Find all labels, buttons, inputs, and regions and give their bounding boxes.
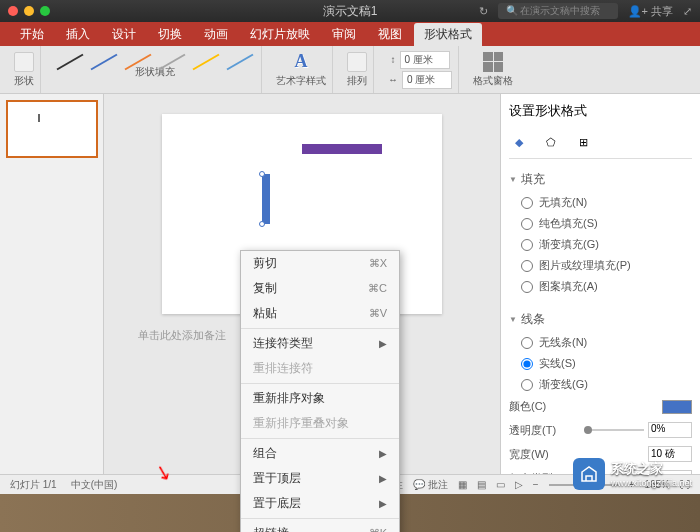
shapes-gallery-icon[interactable] xyxy=(14,52,34,72)
width-label: 宽度(W) xyxy=(509,447,549,462)
color-label: 颜色(C) xyxy=(509,399,546,414)
menu-bring-front[interactable]: 置于顶层▶ xyxy=(241,466,399,491)
fill-none-radio[interactable]: 无填充(N) xyxy=(521,192,692,213)
share-button[interactable]: 👤+ 共享 xyxy=(628,4,673,19)
arrange-icon[interactable] xyxy=(347,52,367,72)
wordart-icon[interactable]: A xyxy=(295,51,308,72)
language-indicator[interactable]: 中文(中国) xyxy=(71,478,118,492)
shape-group: 形状 xyxy=(8,46,41,93)
minimize-button[interactable] xyxy=(24,6,34,16)
format-shape-pane: 设置形状格式 ◆ ⬠ ⊞ 填充 无填充(N) 纯色填充(S) 渐变填充(G) 图… xyxy=(500,94,700,494)
slide-counter[interactable]: 幻灯片 1/1 xyxy=(10,478,57,492)
height-icon: ↕ xyxy=(391,54,396,65)
format-pane-label: 格式窗格 xyxy=(473,74,513,88)
watermark-icon xyxy=(573,458,605,490)
menu-hyperlink[interactable]: 超链接⌘K xyxy=(241,521,399,532)
size-group: ↕0 厘米 ↔0 厘米 xyxy=(382,46,459,93)
menu-rearrange-connector: 重排连接符 xyxy=(241,356,399,381)
tab-view[interactable]: 视图 xyxy=(368,23,412,46)
close-button[interactable] xyxy=(8,6,18,16)
width-icon: ↔ xyxy=(388,74,398,85)
watermark-url: www.xitongzhijia.net xyxy=(611,478,692,488)
comments-toggle[interactable]: 💬 批注 xyxy=(413,478,448,492)
tab-shape-format[interactable]: 形状格式 xyxy=(414,23,482,46)
line-style-6[interactable] xyxy=(227,53,254,70)
menu-cut[interactable]: 剪切⌘X xyxy=(241,251,399,276)
wordart-label: 艺术字样式 xyxy=(276,74,326,88)
transparency-input[interactable]: 0% xyxy=(648,422,692,438)
menu-send-back[interactable]: 置于底层▶ xyxy=(241,491,399,516)
height-input[interactable]: 0 厘米 xyxy=(400,51,450,69)
view-sorter-icon[interactable]: ▤ xyxy=(477,479,486,490)
shape-handle-bottom[interactable] xyxy=(259,221,265,227)
line-style-5[interactable] xyxy=(193,53,220,70)
view-normal-icon[interactable]: ▦ xyxy=(458,479,467,490)
width-input[interactable]: 0 厘米 xyxy=(402,71,452,89)
line-none-radio[interactable]: 无线条(N) xyxy=(521,332,692,353)
line-solid-radio[interactable]: 实线(S) xyxy=(521,353,692,374)
zoom-out[interactable]: − xyxy=(533,479,539,490)
arrange-label: 排列 xyxy=(347,74,367,88)
shape-handle-top[interactable] xyxy=(259,171,265,177)
watermark: 系统之家 www.xitongzhijia.net xyxy=(573,458,692,490)
menu-paste[interactable]: 粘贴⌘V xyxy=(241,301,399,326)
window-controls xyxy=(8,6,50,16)
maximize-button[interactable] xyxy=(40,6,50,16)
line-gradient-radio[interactable]: 渐变线(G) xyxy=(521,374,692,395)
tab-review[interactable]: 审阅 xyxy=(322,23,366,46)
line-style-2[interactable] xyxy=(91,53,118,70)
tab-home[interactable]: 开始 xyxy=(10,23,54,46)
line-section-header[interactable]: 线条 xyxy=(509,307,692,332)
fill-picture-radio[interactable]: 图片或纹理填充(P) xyxy=(521,255,692,276)
format-pane-icon[interactable] xyxy=(483,52,503,72)
menu-connector-type[interactable]: 连接符类型▶ xyxy=(241,331,399,356)
shape-label: 形状 xyxy=(14,74,34,88)
expand-icon[interactable]: ⤢ xyxy=(683,5,692,18)
menu-group[interactable]: 组合▶ xyxy=(241,441,399,466)
shape-styles-group: 形状填充 xyxy=(49,46,262,93)
fill-section-header[interactable]: 填充 xyxy=(509,167,692,192)
arrange-group: 排列 xyxy=(341,46,374,93)
size-tab-icon[interactable]: ⊞ xyxy=(573,132,593,152)
menu-copy[interactable]: 复制⌘C xyxy=(241,276,399,301)
transparency-slider[interactable] xyxy=(584,429,644,431)
titlebar: 演示文稿1 ↻ 🔍 在演示文稿中搜索 👤+ 共享 ⤢ xyxy=(0,0,700,22)
fill-solid-radio[interactable]: 纯色填充(S) xyxy=(521,213,692,234)
menu-reorder-object[interactable]: 重新排序对象 xyxy=(241,386,399,411)
format-pane-group: 格式窗格 xyxy=(467,46,519,93)
menu-reorder-overlap: 重新排序重叠对象 xyxy=(241,411,399,436)
view-slideshow-icon[interactable]: ▷ xyxy=(515,479,523,490)
view-reading-icon[interactable]: ▭ xyxy=(496,479,505,490)
tab-insert[interactable]: 插入 xyxy=(56,23,100,46)
tab-animation[interactable]: 动画 xyxy=(194,23,238,46)
fill-pattern-radio[interactable]: 图案填充(A) xyxy=(521,276,692,297)
line-style-1[interactable] xyxy=(57,53,84,70)
context-menu: 剪切⌘X 复制⌘C 粘贴⌘V 连接符类型▶ 重排连接符 重新排序对象 重新排序重… xyxy=(240,250,400,532)
fill-line-tab-icon[interactable]: ◆ xyxy=(509,132,529,152)
fill-gradient-radio[interactable]: 渐变填充(G) xyxy=(521,234,692,255)
tab-design[interactable]: 设计 xyxy=(102,23,146,46)
ribbon-tabs: 开始 插入 设计 切换 动画 幻灯片放映 审阅 视图 形状格式 xyxy=(0,22,700,46)
tab-transition[interactable]: 切换 xyxy=(148,23,192,46)
ribbon: 形状 形状填充 A 艺术字样式 排列 ↕0 厘米 ↔0 厘米 格式窗格 xyxy=(0,46,700,94)
shape-fill-button[interactable]: 形状填充 xyxy=(135,65,175,79)
slide-thumbnail-1[interactable] xyxy=(6,100,98,158)
document-title: 演示文稿1 xyxy=(323,3,378,20)
sync-icon[interactable]: ↻ xyxy=(479,5,488,18)
transparency-label: 透明度(T) xyxy=(509,423,556,438)
purple-rectangle-shape[interactable] xyxy=(302,144,382,154)
wordart-group: A 艺术字样式 xyxy=(270,46,333,93)
line-color-picker[interactable] xyxy=(662,400,692,414)
slide-thumbnails-panel: 1 xyxy=(0,94,104,494)
tab-slideshow[interactable]: 幻灯片放映 xyxy=(240,23,320,46)
blue-line-shape[interactable] xyxy=(262,174,270,224)
pane-title: 设置形状格式 xyxy=(509,102,692,126)
watermark-text: 系统之家 xyxy=(611,460,692,478)
search-input[interactable]: 🔍 在演示文稿中搜索 xyxy=(498,3,618,19)
effects-tab-icon[interactable]: ⬠ xyxy=(541,132,561,152)
